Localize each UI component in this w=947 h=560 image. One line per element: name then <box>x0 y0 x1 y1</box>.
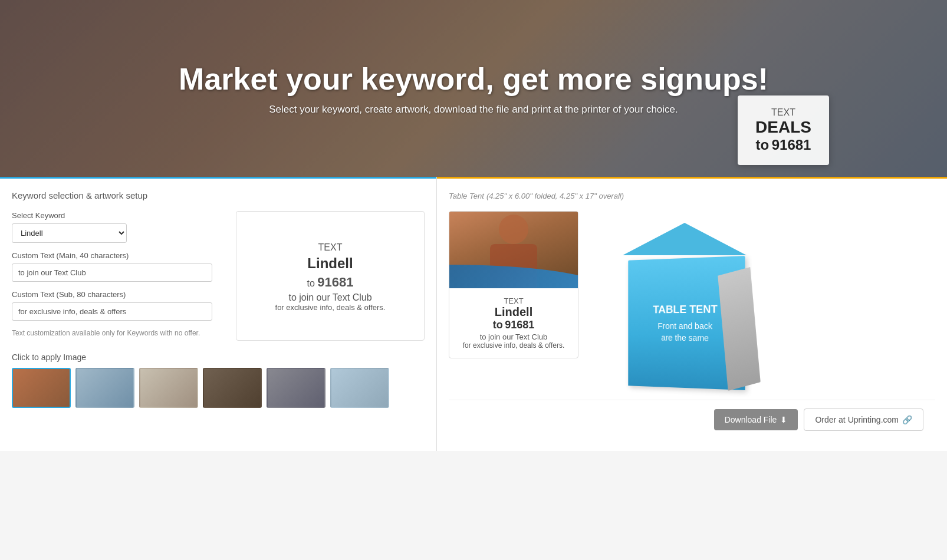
thumb-inner-4 <box>204 369 261 407</box>
tent-number: 91681 <box>505 319 534 331</box>
image-thumb-4[interactable] <box>203 368 262 408</box>
custom-text-main-input[interactable] <box>12 263 212 282</box>
hero-content: Market your keyword, get more signups! S… <box>179 61 768 116</box>
tent-text-area: TEXT Lindell to 91681 to join our Text C… <box>449 288 578 358</box>
custom-text-main-row: Custom Text (Main, 40 characters) <box>12 251 224 282</box>
person-head <box>499 215 528 244</box>
hero-card-number: 91681 <box>772 137 811 153</box>
images-section: Click to apply Image <box>12 353 425 408</box>
image-thumb-3[interactable] <box>139 368 198 408</box>
tent-3d-sub-line1: Front and back <box>657 321 712 332</box>
tent-main-text: to join our Text Club <box>459 332 568 341</box>
hero-card-line1: TEXT <box>755 107 811 118</box>
link-icon: 🔗 <box>902 415 912 424</box>
preview-text-1: TEXT <box>318 240 343 255</box>
right-panel-title-main: Table Tent <box>449 192 484 200</box>
thumb-inner-3 <box>140 369 197 407</box>
images-row <box>12 368 425 408</box>
preview-to-number: to 91681 <box>307 272 354 292</box>
hero-card: TEXT DEALS to 91681 <box>738 95 829 165</box>
artwork-preview: TEXT Lindell to 91681 to join our Text C… <box>236 211 425 341</box>
thumb-inner-5 <box>268 369 324 407</box>
hero-subtitle: Select your keyword, create artwork, dow… <box>179 104 768 116</box>
custom-text-main-label: Custom Text (Main, 40 characters) <box>12 251 224 260</box>
tent-line1: TEXT <box>459 297 568 305</box>
tent-keyword: Lindell <box>459 305 568 319</box>
keyword-select[interactable]: Lindell <box>12 223 127 243</box>
preview-sub-text: for exclusive info, deals & offers. <box>275 303 386 312</box>
tent-preview-card: TEXT Lindell to 91681 to join our Text C… <box>449 211 578 358</box>
custom-text-sub-row: Custom Text (Sub, 80 characters) <box>12 290 224 321</box>
keyword-row: Select Keyword Lindell <box>12 211 224 243</box>
right-panel-title-detail: (4.25" x 6.00" folded, 4.25" x 17" overa… <box>486 192 624 200</box>
hero-title: Market your keyword, get more signups! <box>179 61 768 97</box>
tent-sub-text: for exclusive info, deals & offers. <box>459 341 568 350</box>
hero-card-line3: to 91681 <box>755 137 811 153</box>
tent-3d-visual: TABLE TENT Front and back are the same <box>596 211 773 400</box>
right-panel-title: Table Tent (4.25" x 6.00" folded, 4.25" … <box>449 190 935 200</box>
tent-3d-sub-label: Front and back are the same <box>657 321 712 344</box>
custom-text-sub-input[interactable] <box>12 302 212 321</box>
order-label: Order at Uprinting.com <box>815 415 899 424</box>
form-note: Text customization available only for Ke… <box>12 329 224 337</box>
tent-3d-main-label: TABLE TENT <box>653 302 718 317</box>
tent-to-number: to 91681 <box>459 319 568 331</box>
thumb-inner-6 <box>331 369 388 407</box>
left-content-row: Select Keyword Lindell Custom Text (Main… <box>12 211 425 341</box>
tent-row: TEXT Lindell to 91681 to join our Text C… <box>449 211 935 400</box>
download-label: Download File <box>725 415 777 424</box>
hero-card-line2: DEALS <box>755 118 811 137</box>
preview-to: to <box>307 278 315 288</box>
preview-keyword: Lindell <box>307 255 353 272</box>
images-label: Click to apply Image <box>12 353 425 362</box>
image-thumb-1[interactable] <box>12 368 71 408</box>
main-container: Keyword selection & artwork setup Select… <box>0 177 947 451</box>
bottom-bar: Download File ⬇ Order at Uprinting.com 🔗 <box>449 400 935 439</box>
left-panel: Keyword selection & artwork setup Select… <box>0 177 436 451</box>
tent-3d-shape: TABLE TENT Front and back are the same <box>614 223 755 388</box>
keyword-label: Select Keyword <box>12 211 224 220</box>
tent-image-area <box>449 212 578 288</box>
image-thumb-5[interactable] <box>267 368 325 408</box>
download-button[interactable]: Download File ⬇ <box>714 409 798 430</box>
form-column: Select Keyword Lindell Custom Text (Main… <box>12 211 224 337</box>
hero-card-line3-pre: to <box>756 137 770 153</box>
tent-3d-sub-line2: are the same <box>657 332 712 344</box>
order-button[interactable]: Order at Uprinting.com 🔗 <box>804 409 923 431</box>
left-panel-title: Keyword selection & artwork setup <box>12 190 425 200</box>
thumb-inner-2 <box>77 369 133 407</box>
hero-section: Market your keyword, get more signups! S… <box>0 0 947 177</box>
preview-main-text: to join our Text Club <box>288 292 371 303</box>
custom-text-sub-label: Custom Text (Sub, 80 characters) <box>12 290 224 299</box>
tent-peak <box>623 223 747 255</box>
image-thumb-2[interactable] <box>75 368 134 408</box>
image-thumb-6[interactable] <box>330 368 389 408</box>
preview-number: 91681 <box>317 275 353 289</box>
right-panel: Table Tent (4.25" x 6.00" folded, 4.25" … <box>437 177 947 451</box>
download-icon: ⬇ <box>780 415 787 424</box>
thumb-inner-1 <box>13 369 70 407</box>
tent-to: to <box>493 319 503 331</box>
